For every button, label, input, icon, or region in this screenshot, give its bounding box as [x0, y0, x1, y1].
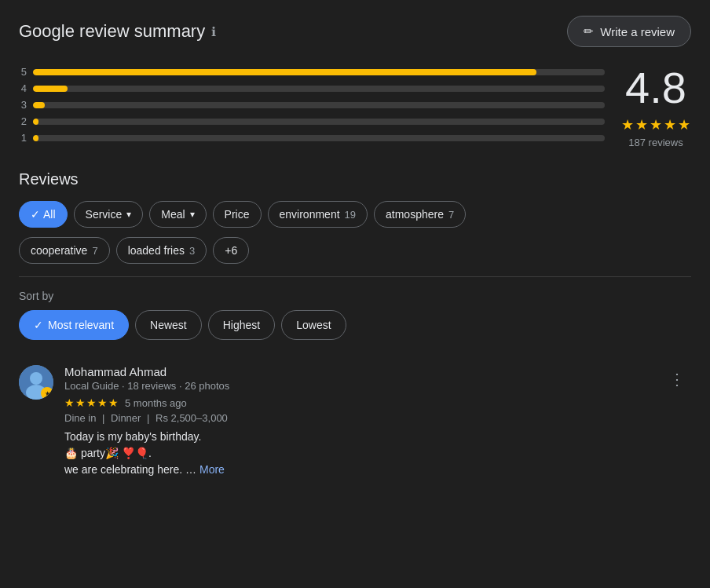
bar-label-2: 2	[19, 115, 27, 127]
bar-outer-4	[33, 86, 605, 92]
chip-label: atmosphere	[386, 208, 444, 221]
bar-label-4: 4	[19, 82, 27, 94]
review-stars: ★ ★ ★ ★ ★	[64, 396, 119, 409]
chip-count: 7	[448, 209, 454, 221]
reviewer-meta: Local Guide · 18 reviews · 26 photos	[64, 380, 652, 392]
write-review-button[interactable]: ✏ Write a review	[567, 16, 691, 47]
sort-label-text: Newest	[150, 319, 187, 331]
review-text: Today is my baby's birthday. 🎂 party🎉 ❣️…	[64, 429, 652, 478]
bar-label-5: 5	[19, 66, 27, 78]
chip-label: environment	[280, 208, 340, 221]
bar-row-3: 3	[19, 99, 605, 111]
chip-label: +6	[225, 244, 237, 257]
reviews-title: Reviews	[19, 170, 691, 188]
check-icon: ✓	[31, 208, 40, 221]
filter-chip-all[interactable]: ✓ All	[19, 201, 68, 228]
svg-point-1	[30, 372, 42, 385]
bar-row-4: 4	[19, 82, 605, 94]
sort-chip-lowest[interactable]: Lowest	[281, 310, 346, 340]
page-header: Google review summary ℹ ✏ Write a review	[19, 16, 691, 47]
review-count: 187 reviews	[628, 137, 683, 148]
chip-label: Service	[86, 208, 123, 221]
review-more-link[interactable]: More	[199, 463, 225, 476]
sort-chip-newest[interactable]: Newest	[135, 310, 202, 340]
avatar: ★	[19, 365, 53, 400]
rating-bars: 5 4 3 2 1	[19, 66, 605, 144]
filter-chip-cooperative[interactable]: cooperative 7	[19, 237, 110, 264]
chip-label: loaded fries	[128, 244, 185, 257]
filter-chips-row2: cooperative 7loaded fries 3+6	[19, 237, 691, 264]
info-icon[interactable]: ℹ	[211, 24, 216, 39]
review-stars-row: ★ ★ ★ ★ ★ 5 months ago	[64, 396, 652, 409]
star-2: ★	[635, 116, 648, 133]
r-star-5: ★	[108, 396, 119, 409]
filter-chip-loaded-fries[interactable]: loaded fries 3	[116, 237, 207, 264]
bar-label-3: 3	[19, 99, 27, 111]
review-time: 5 months ago	[125, 397, 187, 409]
filter-chip-price[interactable]: Price	[213, 201, 262, 228]
review-actions: ⋮	[663, 365, 691, 478]
star-3: ★	[650, 116, 662, 133]
review-line1: Today is my baby's birthday.	[64, 430, 201, 443]
sort-label-text: Lowest	[296, 319, 331, 331]
bar-inner-3	[33, 102, 45, 108]
filter-chip-service[interactable]: Service ▾	[74, 201, 144, 228]
filter-chip-environment[interactable]: environment 19	[268, 201, 368, 228]
tag-sep-1: |	[102, 412, 104, 424]
bar-inner-5	[33, 69, 536, 75]
bar-outer-5	[33, 69, 605, 75]
r-star-4: ★	[97, 396, 108, 409]
bar-row-1: 1	[19, 132, 605, 144]
review-content: Mohammad Ahmad Local Guide · 18 reviews …	[64, 365, 652, 478]
bar-outer-3	[33, 102, 605, 108]
filter-chip-meal[interactable]: Meal ▾	[149, 201, 206, 228]
dine-type-tag: Dine in	[64, 412, 96, 424]
review-tags: Dine in | Dinner | Rs 2,500–3,000	[64, 412, 652, 424]
title-group: Google review summary ℹ	[19, 21, 216, 42]
sort-label: Sort by	[19, 290, 691, 302]
star-1: ★	[621, 116, 634, 133]
chip-count: 7	[92, 245, 97, 257]
filter-chip-more[interactable]: +6	[213, 237, 249, 264]
bar-row-2: 2	[19, 115, 605, 127]
filter-chip-atmosphere[interactable]: atmosphere 7	[374, 201, 466, 228]
price-tag: Rs 2,500–3,000	[156, 412, 228, 424]
r-star-3: ★	[86, 396, 97, 409]
sort-chip-highest[interactable]: Highest	[208, 310, 275, 340]
sort-chips: ✓ Most relevantNewestHighestLowest	[19, 310, 691, 340]
bar-inner-4	[33, 86, 68, 92]
star-4: ★	[664, 116, 676, 133]
review-line2: 🎂 party🎉 ❣️🎈.	[64, 447, 152, 459]
check-icon: ✓	[34, 319, 43, 331]
filter-chips-row1: ✓ AllService ▾Meal ▾Priceenvironment 19a…	[19, 201, 691, 228]
r-star-1: ★	[64, 396, 75, 409]
sort-chip-most-relevant[interactable]: ✓ Most relevant	[19, 310, 129, 340]
divider	[19, 276, 691, 277]
page-title: Google review summary	[19, 21, 205, 42]
review-card: ★ Mohammad Ahmad Local Guide · 18 review…	[19, 356, 691, 488]
review-more-options-button[interactable]: ⋮	[663, 365, 691, 393]
chip-count: 3	[189, 245, 195, 257]
chevron-down-icon: ▾	[126, 209, 131, 220]
rating-display: 4.8 ★ ★ ★ ★ ★ 187 reviews	[620, 66, 691, 148]
rating-section: 5 4 3 2 1 4.8 ★ ★ ★ ★ ★ 187 revie	[19, 66, 691, 148]
pencil-icon: ✏	[584, 24, 594, 38]
bar-outer-1	[33, 135, 605, 141]
local-guide-badge: ★	[41, 387, 53, 400]
reviewer-name: Mohammad Ahmad	[64, 365, 652, 378]
chip-label: cooperative	[31, 244, 87, 257]
rating-score: 4.8	[625, 66, 686, 110]
star-5: ★	[678, 116, 690, 133]
tag-sep-2: |	[147, 412, 149, 424]
bar-row-5: 5	[19, 66, 605, 78]
chip-count: 19	[345, 209, 356, 221]
chevron-down-icon: ▾	[190, 209, 195, 220]
chip-label: Price	[225, 208, 250, 221]
bar-inner-1	[33, 135, 38, 141]
chip-label: All	[43, 208, 56, 221]
rating-stars: ★ ★ ★ ★ ★	[621, 116, 690, 133]
chip-label: Meal	[161, 208, 185, 221]
meal-type-tag: Dinner	[111, 412, 141, 424]
bar-inner-2	[33, 119, 38, 125]
write-review-label: Write a review	[600, 25, 675, 38]
